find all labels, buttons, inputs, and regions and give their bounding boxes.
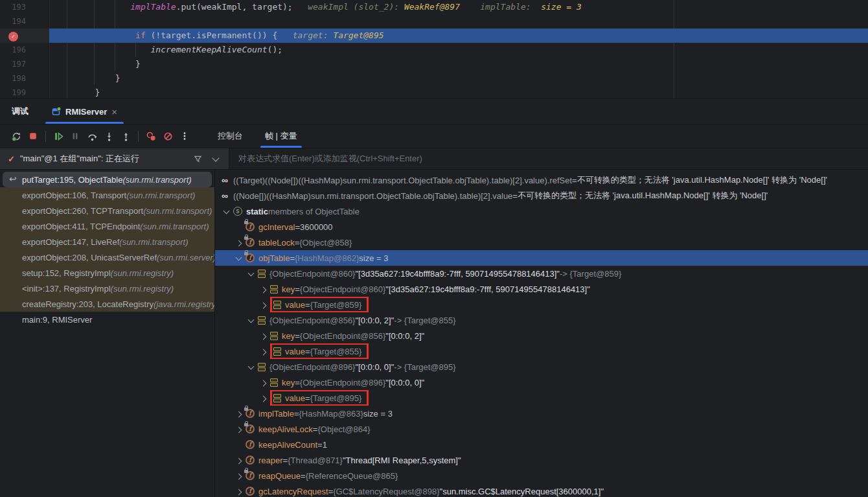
variable-row[interactable]: sstatic members of ObjectTable [215, 203, 868, 219]
code-line[interactable]: 198 } [0, 71, 868, 86]
breakpoint-icon[interactable]: ✓ [8, 32, 18, 41]
chevron-right-icon[interactable] [258, 347, 270, 356]
variable-row[interactable]: value = {Target@855} [215, 343, 868, 359]
rerun-debug-button[interactable] [8, 128, 25, 144]
field-icon: f [246, 487, 255, 496]
variable-text: {Object@864} [317, 424, 370, 434]
step-into-button[interactable] [100, 128, 117, 144]
chevron-right-icon[interactable] [234, 456, 246, 465]
editor-gutter[interactable]: ✓ [0, 29, 49, 43]
gutter-line-number[interactable]: 197 [0, 57, 26, 71]
chevron-right-icon[interactable] [234, 487, 246, 496]
tab-rmiserver[interactable]: RMIServer × [44, 99, 125, 124]
chevron-down-icon[interactable] [246, 316, 258, 325]
chevron-right-icon[interactable] [258, 378, 270, 387]
stack-frame[interactable]: setup:152, RegistryImpl (sun.rmi.registr… [0, 265, 214, 281]
variable-row[interactable]: key = {ObjectEndpoint@856} "[0:0:0, 2]" [215, 328, 868, 343]
chevron-right-icon[interactable] [258, 284, 270, 294]
code-line-text[interactable]: } [49, 86, 868, 99]
view-breakpoints-button[interactable] [143, 128, 159, 144]
frame-location: exportObject:411, TCPEndpoint [22, 222, 140, 231]
chevron-right-icon[interactable] [258, 393, 270, 403]
code-line-text[interactable]: if (!target.isPermanent()) { target: Tar… [49, 29, 868, 43]
tab-frames-variables[interactable]: 帧 | 变量 [258, 124, 304, 148]
stack-frame[interactable]: main:9, RMIServer [0, 312, 214, 327]
gutter-line-number[interactable]: ✓ [0, 29, 26, 43]
variable-row[interactable]: freaper = {Thread@871} "Thread[RMI Reape… [215, 452, 868, 468]
code-token: incrementKeepAliveCount [151, 45, 268, 54]
variable-row[interactable]: {ObjectEndpoint@896} "[0:0:0, 0]" -> {Ta… [215, 359, 868, 375]
code-line[interactable]: 196 incrementKeepAliveCount(); [0, 43, 868, 57]
mute-breakpoints-button[interactable] [159, 128, 176, 144]
gutter-line-number[interactable]: 193 [0, 0, 26, 14]
variable-row[interactable]: ftableLock = {Object@858} [215, 235, 868, 250]
code-token [49, 30, 135, 40]
editor-gutter[interactable]: 193 [0, 0, 49, 14]
code-line[interactable]: 199 } [0, 86, 868, 99]
stack-frame[interactable]: exportObject:411, TCPEndpoint (sun.rmi.t… [0, 218, 214, 234]
code-token [49, 2, 130, 12]
code-line[interactable]: 193 implTable.put(weakImpl, target); wea… [0, 0, 868, 14]
toolbar-separator [45, 131, 46, 142]
close-icon[interactable]: × [111, 107, 117, 117]
editor-gutter[interactable]: 199 [0, 86, 49, 99]
thread-selector[interactable]: ✓ "main"@1 在组"main": 正在运行 [0, 148, 229, 169]
variable-row[interactable]: fgcLatencyRequest = {GC$LatencyRequest@8… [215, 483, 868, 497]
editor-gutter[interactable]: 198 [0, 71, 49, 86]
variable-row[interactable]: {ObjectEndpoint@860} "[3d35a627:19c4bfff… [215, 266, 868, 281]
chevron-right-icon[interactable] [258, 300, 270, 310]
chevron-down-icon[interactable] [246, 362, 258, 372]
variable-row[interactable]: fimplTable = {HashMap@863} size = 3 [215, 406, 868, 421]
step-over-button[interactable] [84, 128, 100, 144]
variable-row[interactable]: value = {Target@895} [215, 390, 868, 406]
gutter-line-number[interactable]: 199 [0, 86, 26, 99]
code-line-text[interactable] [49, 14, 868, 29]
gutter-line-number[interactable]: 194 [0, 14, 26, 29]
editor-gutter[interactable]: 197 [0, 57, 49, 71]
variable-row[interactable]: {ObjectEndpoint@856} "[0:0:0, 2]" -> {Ta… [215, 312, 868, 328]
code-line-text[interactable]: } [49, 57, 868, 71]
variable-row[interactable]: fkeepAliveCount = 1 [215, 437, 868, 452]
code-line-text[interactable]: implTable.put(weakImpl, target); weakImp… [49, 0, 868, 14]
gutter-line-number[interactable]: 196 [0, 43, 26, 57]
editor-gutter[interactable]: 194 [0, 14, 49, 29]
code-line-text[interactable]: incrementKeepAliveCount(); [49, 43, 868, 57]
stack-frame[interactable]: exportObject:208, UnicastServerRef (sun.… [0, 249, 214, 265]
stack-frame[interactable]: ↩putTarget:195, ObjectTable (sun.rmi.tra… [3, 172, 212, 187]
variable-row[interactable]: freapQueue = {ReferenceQueue@865} [215, 468, 868, 483]
stack-frame[interactable]: createRegistry:203, LocateRegistry (java… [0, 296, 214, 312]
variable-row[interactable]: ∞((Target)((Node[])((HashMap)sun.rmi.tra… [215, 172, 868, 188]
code-line[interactable]: 194 [0, 14, 868, 29]
more-options-button[interactable] [176, 128, 193, 144]
variable-row[interactable]: value = {Target@859} [215, 297, 868, 312]
pause-button[interactable] [67, 128, 84, 144]
resume-button[interactable] [50, 128, 67, 144]
chevron-down-icon[interactable] [212, 154, 219, 161]
variable-row[interactable]: fobjTable = {HashMap@862} size = 3 [215, 250, 868, 266]
stack-frame[interactable]: exportObject:260, TCPTransport (sun.rmi.… [0, 203, 214, 218]
stack-frame[interactable]: exportObject:147, LiveRef (sun.rmi.trans… [0, 234, 214, 249]
tab-console[interactable]: 控制台 [211, 124, 249, 148]
variable-row[interactable]: ∞((Node[])((HashMap)sun.rmi.transport.Ob… [215, 188, 868, 203]
editor-gutter[interactable]: 196 [0, 43, 49, 57]
stack-frame[interactable]: exportObject:106, Transport (sun.rmi.tra… [0, 187, 214, 203]
gutter-line-number[interactable]: 198 [0, 71, 26, 86]
chevron-down-icon[interactable] [246, 269, 258, 279]
code-line[interactable]: 197 } [0, 57, 868, 71]
map-entry-icon [258, 269, 266, 278]
static-members-icon: s [233, 207, 242, 216]
filter-icon[interactable] [193, 154, 203, 164]
variable-row[interactable]: key = {ObjectEndpoint@860} "[3d35a627:19… [215, 281, 868, 297]
variable-text: keepAliveCount [258, 440, 317, 450]
chevron-down-icon[interactable] [222, 207, 233, 216]
variable-row[interactable]: key = {ObjectEndpoint@896} "[0:0:0, 0]" [215, 375, 868, 390]
evaluate-expression-input[interactable]: 对表达式求值(Enter)或添加监视(Ctrl+Shift+Enter) [229, 148, 868, 169]
stack-frame[interactable]: <init>:137, RegistryImpl (sun.rmi.regist… [0, 281, 214, 296]
variable-row[interactable]: fgcInterval = 3600000 [215, 219, 868, 235]
stop-button[interactable] [25, 128, 41, 144]
chevron-right-icon[interactable] [258, 331, 270, 341]
variable-row[interactable]: fkeepAliveLock = {Object@864} [215, 421, 868, 437]
code-line-text[interactable]: } [49, 71, 868, 86]
code-line[interactable]: ✓ if (!target.isPermanent()) { target: T… [0, 29, 868, 43]
step-out-button[interactable] [117, 128, 134, 144]
